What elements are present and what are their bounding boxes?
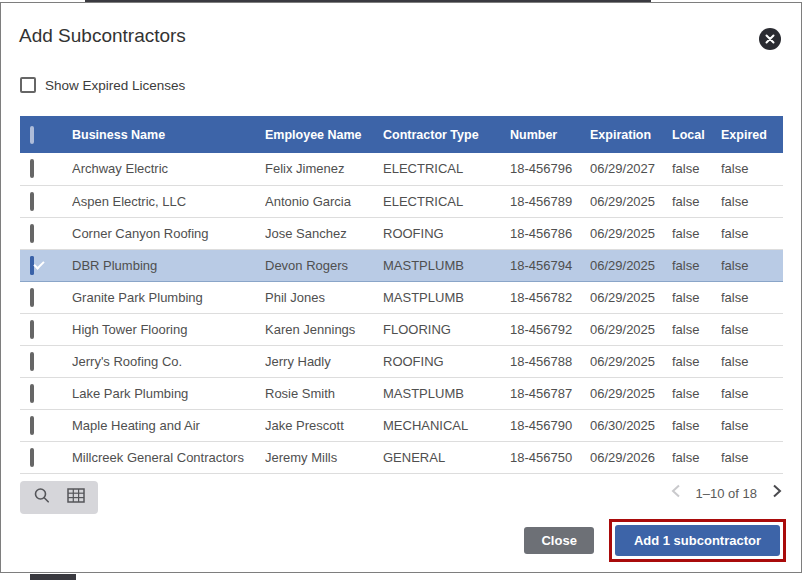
cell-number: 18-456790 (510, 409, 590, 441)
table-row[interactable]: Corner Canyon Roofing Jose Sanchez ROOFI… (20, 217, 783, 249)
cell-number: 18-456794 (510, 249, 590, 281)
cell-expired: false (721, 153, 783, 185)
cell-expired: false (721, 281, 783, 313)
cell-contractor-type: MASTPLUMB (383, 281, 510, 313)
table-grid-icon (67, 488, 85, 508)
cell-employee-name: Antonio Garcia (265, 185, 383, 217)
modal-close-button[interactable] (759, 28, 781, 50)
cell-local: false (672, 185, 721, 217)
background-page-fragment-bottom (30, 574, 76, 580)
search-button[interactable] (30, 486, 54, 510)
row-checkbox[interactable] (30, 416, 34, 435)
row-checkbox[interactable] (30, 288, 34, 307)
row-checkbox[interactable] (30, 320, 34, 339)
chevron-right-icon (772, 484, 782, 502)
checkbox-icon[interactable] (20, 77, 36, 93)
cell-contractor-type: FLOORING (383, 313, 510, 345)
column-header-expiration[interactable]: Expiration (590, 116, 672, 153)
search-icon (33, 487, 51, 509)
cell-employee-name: Jeremy Mills (265, 441, 383, 473)
row-checkbox[interactable] (30, 192, 34, 211)
table-row[interactable]: Jerry's Roofing Co. Jerry Hadly ROOFING … (20, 345, 783, 377)
column-header-contractor-type[interactable]: Contractor Type (383, 116, 510, 153)
cell-business-name: Maple Heating and Air (72, 409, 265, 441)
subcontractors-table: Business Name Employee Name Contractor T… (20, 116, 783, 474)
table-row[interactable]: Lake Park Plumbing Rosie Smith MASTPLUMB… (20, 377, 783, 409)
row-checkbox[interactable] (30, 448, 34, 467)
cell-expired: false (721, 345, 783, 377)
column-header-expired[interactable]: Expired (721, 116, 783, 153)
table-row[interactable]: Archway Electric Felix Jimenez ELECTRICA… (20, 153, 783, 185)
cell-expiration: 06/29/2025 (590, 249, 672, 281)
table-row[interactable]: Granite Park Plumbing Phil Jones MASTPLU… (20, 281, 783, 313)
table-tools-group (20, 481, 98, 514)
cell-contractor-type: ROOFING (383, 217, 510, 249)
next-page-button[interactable] (769, 485, 785, 501)
row-checkbox[interactable] (30, 352, 34, 371)
cell-number: 18-456788 (510, 345, 590, 377)
table-row[interactable]: Maple Heating and Air Jake Prescott MECH… (20, 409, 783, 441)
cell-contractor-type: ELECTRICAL (383, 185, 510, 217)
cell-expired: false (721, 441, 783, 473)
cell-business-name: Jerry's Roofing Co. (72, 345, 265, 377)
select-all-checkbox[interactable] (30, 126, 34, 144)
cell-expired: false (721, 409, 783, 441)
cell-contractor-type: GENERAL (383, 441, 510, 473)
cell-expiration: 06/29/2027 (590, 153, 672, 185)
cell-expired: false (721, 377, 783, 409)
cell-expiration: 06/29/2025 (590, 313, 672, 345)
modal-title: Add Subcontractors (19, 25, 186, 47)
cell-employee-name: Jake Prescott (265, 409, 383, 441)
cell-contractor-type: MASTPLUMB (383, 249, 510, 281)
cell-local: false (672, 409, 721, 441)
table-row[interactable]: High Tower Flooring Karen Jennings FLOOR… (20, 313, 783, 345)
column-settings-button[interactable] (64, 486, 88, 510)
row-checkbox[interactable] (30, 256, 34, 275)
show-expired-licenses-checkbox[interactable]: Show Expired Licenses (20, 77, 185, 93)
table-row[interactable]: DBR Plumbing Devon Rogers MASTPLUMB 18-4… (20, 249, 783, 281)
annotation-highlight-box: Add 1 subcontractor (609, 519, 786, 562)
cell-business-name: Lake Park Plumbing (72, 377, 265, 409)
cell-local: false (672, 217, 721, 249)
cell-expiration: 06/29/2025 (590, 345, 672, 377)
cell-business-name: Archway Electric (72, 153, 265, 185)
add-subcontractors-modal: Add Subcontractors Show Expired Licenses (0, 2, 802, 573)
cell-employee-name: Jerry Hadly (265, 345, 383, 377)
cell-business-name: DBR Plumbing (72, 249, 265, 281)
cell-contractor-type: ELECTRICAL (383, 153, 510, 185)
cell-local: false (672, 441, 721, 473)
row-checkbox[interactable] (30, 384, 34, 403)
column-header-business-name[interactable]: Business Name (72, 116, 265, 153)
footer-buttons: Close Add 1 subcontractor (524, 519, 786, 562)
pagination: 1–10 of 18 (668, 485, 785, 501)
column-header-number[interactable]: Number (510, 116, 590, 153)
add-subcontractor-button[interactable]: Add 1 subcontractor (615, 525, 780, 556)
cell-number: 18-456792 (510, 313, 590, 345)
cell-expired: false (721, 217, 783, 249)
cell-business-name: Granite Park Plumbing (72, 281, 265, 313)
close-button[interactable]: Close (524, 527, 593, 554)
column-header-employee-name[interactable]: Employee Name (265, 116, 383, 153)
cell-number: 18-456750 (510, 441, 590, 473)
cell-business-name: Corner Canyon Roofing (72, 217, 265, 249)
cell-expired: false (721, 249, 783, 281)
cell-employee-name: Phil Jones (265, 281, 383, 313)
cell-local: false (672, 345, 721, 377)
cell-employee-name: Felix Jimenez (265, 153, 383, 185)
close-icon (765, 34, 775, 44)
previous-page-button[interactable] (668, 485, 684, 501)
table-row[interactable]: Millcreek General Contractors Jeremy Mil… (20, 441, 783, 473)
cell-local: false (672, 281, 721, 313)
cell-business-name: Millcreek General Contractors (72, 441, 265, 473)
row-checkbox[interactable] (30, 159, 34, 178)
cell-contractor-type: MASTPLUMB (383, 377, 510, 409)
cell-contractor-type: MECHANICAL (383, 409, 510, 441)
table-body: Archway Electric Felix Jimenez ELECTRICA… (20, 153, 783, 473)
cell-expired: false (721, 313, 783, 345)
row-checkbox[interactable] (30, 224, 34, 243)
table-row[interactable]: Aspen Electric, LLC Antonio Garcia ELECT… (20, 185, 783, 217)
cell-expiration: 06/29/2025 (590, 217, 672, 249)
cell-expiration: 06/29/2025 (590, 185, 672, 217)
cell-employee-name: Devon Rogers (265, 249, 383, 281)
column-header-local[interactable]: Local (672, 116, 721, 153)
